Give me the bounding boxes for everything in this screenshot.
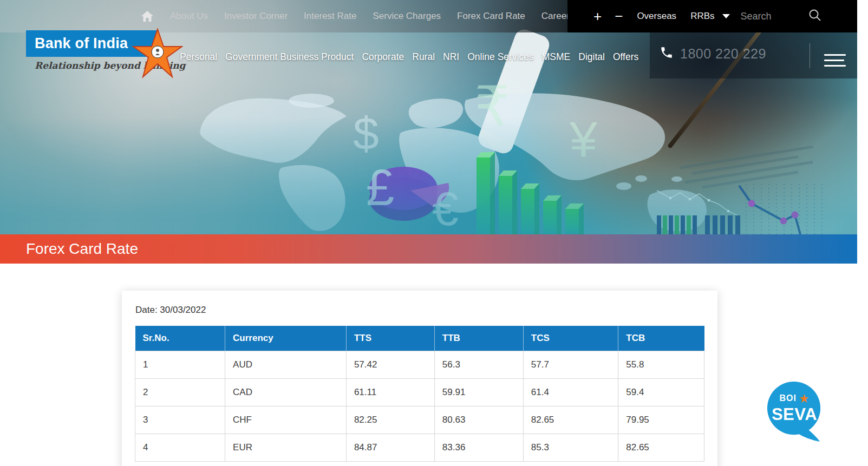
table-cell: 3	[135, 406, 225, 434]
table-cell: 61.11	[346, 379, 434, 406]
table-header-row: Sr.No.CurrencyTTSTTBTCSTCB	[135, 326, 704, 351]
forex-rate-table: Sr.No.CurrencyTTSTTBTCSTCB 1AUD57.4256.3…	[135, 326, 704, 462]
table-cell: EUR	[225, 434, 347, 462]
column-header-tts: TTS	[346, 326, 434, 351]
nav-item-personal[interactable]: Personal	[180, 51, 217, 63]
table-cell: AUD	[225, 351, 347, 379]
table-cell: 83.36	[434, 434, 523, 462]
divider	[810, 43, 810, 68]
font-increase-button[interactable]: +	[593, 9, 602, 23]
page-title-banner: Forex Card Rate	[0, 234, 857, 264]
page: $₹¥£€ About UsInvestor CornerInterest Ra…	[0, 0, 857, 466]
tollfree-number[interactable]: 1800 220 229	[680, 46, 766, 62]
table-cell: 57.42	[346, 351, 434, 379]
table-cell: 55.8	[618, 351, 704, 379]
topbar-link-overseas[interactable]: Overseas	[637, 11, 676, 22]
nav-item-offers[interactable]: Offers	[613, 51, 638, 63]
table-cell: 84.87	[346, 434, 434, 462]
font-decrease-button[interactable]: −	[615, 9, 623, 23]
table-row: 4EUR84.8783.3685.382.65	[135, 434, 704, 462]
table-row: 2CAD61.1159.9161.459.4	[135, 379, 704, 406]
logo-title: Bank of India	[35, 35, 128, 52]
topbar-link-investor-corner[interactable]: Investor Corner	[224, 11, 288, 22]
phone-icon	[660, 45, 674, 62]
star-emblem-icon	[132, 28, 183, 82]
table-cell: 82.65	[523, 406, 618, 434]
column-header-sr-no: Sr.No.	[135, 326, 225, 351]
table-cell: 56.3	[434, 351, 523, 379]
table-cell: CHF	[225, 406, 347, 434]
nav-item-rural[interactable]: Rural	[412, 51, 435, 63]
main-navigation: PersonalGovernment Business ProductCorpo…	[180, 48, 638, 66]
bank-of-india-logo[interactable]: Bank of India Relationship beyond bankin…	[26, 14, 161, 71]
nav-item-nri[interactable]: NRI	[443, 51, 459, 63]
topbar-link-rrbs[interactable]: RRBs	[690, 11, 714, 22]
topbar-link-career[interactable]: Career	[541, 11, 570, 22]
table-cell: 1	[135, 351, 225, 379]
chevron-down-icon[interactable]	[722, 14, 730, 18]
table-cell: 57.7	[523, 351, 618, 379]
topbar-link-forex-card-rate[interactable]: Forex Card Rate	[457, 11, 525, 22]
table-cell: CAD	[225, 379, 347, 406]
search-input[interactable]	[741, 11, 799, 22]
table-cell: 85.3	[523, 434, 618, 462]
column-header-tcs: TCS	[523, 326, 618, 351]
table-cell: 82.65	[618, 434, 704, 462]
nav-item-corporate[interactable]: Corporate	[362, 51, 404, 63]
table-cell: 4	[135, 434, 225, 462]
nav-item-online-services[interactable]: Online Services	[467, 51, 534, 63]
seva-label: BOI ★ SEVA	[766, 392, 823, 424]
topbar-link-service-charges[interactable]: Service Charges	[373, 11, 441, 22]
table-cell: 79.95	[618, 406, 704, 434]
seva-star-icon: ★	[799, 393, 809, 404]
nav-item-digital[interactable]: Digital	[578, 51, 605, 63]
utility-bar-right: + − Overseas RRBs	[567, 0, 857, 32]
rate-date: Date: 30/03/2022	[135, 305, 704, 316]
table-cell: 59.4	[618, 379, 704, 406]
table-cell: 59.91	[434, 379, 523, 406]
column-header-currency: Currency	[225, 326, 347, 351]
table-cell: 61.4	[523, 379, 618, 406]
table-row: 1AUD57.4256.357.755.8	[135, 351, 704, 379]
logo-box: Bank of India	[26, 30, 157, 57]
hero-banner: $₹¥£€ About UsInvestor CornerInterest Ra…	[0, 0, 857, 234]
table-cell: 2	[135, 379, 225, 406]
menu-icon[interactable]	[824, 54, 846, 67]
topbar-link-interest-rate[interactable]: Interest Rate	[304, 11, 356, 22]
phone-panel: 1800 220 229	[650, 32, 857, 78]
topbar-link-about-us[interactable]: About Us	[170, 11, 208, 22]
table-cell: 82.25	[346, 406, 434, 434]
forex-rate-card: Date: 30/03/2022 Sr.No.CurrencyTTSTTBTCS…	[122, 291, 717, 466]
column-header-tcb: TCB	[618, 326, 704, 351]
page-title: Forex Card Rate	[26, 240, 138, 258]
search-icon[interactable]	[808, 8, 822, 24]
column-header-ttb: TTB	[434, 326, 523, 351]
table-row: 3CHF82.2580.6382.6579.95	[135, 406, 704, 434]
boi-seva-chatbot-button[interactable]: BOI ★ SEVA	[766, 380, 825, 444]
nav-item-government-business-product[interactable]: Government Business Product	[225, 51, 354, 63]
table-cell: 80.63	[434, 406, 523, 434]
nav-item-msme[interactable]: MSME	[542, 51, 571, 63]
